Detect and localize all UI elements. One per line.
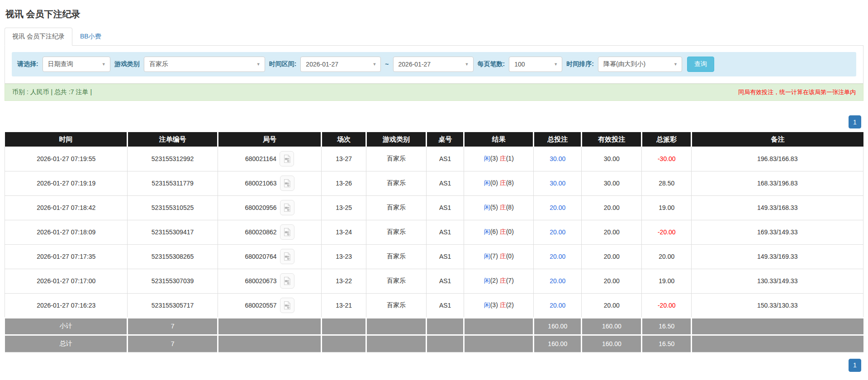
cell-payout: 19.00 bbox=[642, 195, 692, 220]
cell-time: 2026-01-27 07:17:00 bbox=[5, 269, 128, 293]
col-result: 结果 bbox=[464, 132, 534, 147]
grand-total-total-bet: 160.00 bbox=[534, 335, 582, 352]
video-record-button[interactable] bbox=[280, 151, 294, 166]
cell-time: 2026-01-27 07:19:19 bbox=[5, 171, 128, 195]
video-record-button[interactable] bbox=[280, 224, 294, 240]
result-player: 闲 bbox=[484, 277, 490, 284]
date-range-tilde: ~ bbox=[385, 61, 389, 68]
col-time: 时间 bbox=[5, 132, 128, 147]
query-type-value: 日期查询 bbox=[48, 60, 73, 68]
table-row: 2026-01-27 07:19:55523155312992680021164… bbox=[5, 147, 863, 171]
col-table: 桌号 bbox=[426, 132, 464, 147]
total-bet-link[interactable]: 20.00 bbox=[550, 204, 565, 211]
cell-valid-bet: 30.00 bbox=[582, 147, 642, 171]
cell-result: 闲(3) 庄(2) bbox=[464, 293, 534, 318]
video-record-button[interactable] bbox=[280, 200, 294, 215]
cell-bet-id: 523155307039 bbox=[128, 269, 218, 293]
summary-text: 币别 : 人民币 | 总共 :7 注单 | bbox=[12, 88, 92, 96]
cell-payout: 20.00 bbox=[642, 244, 692, 269]
grand-total-label: 总计 bbox=[5, 335, 128, 352]
cell-table: AS1 bbox=[426, 195, 464, 220]
cell-bet-id: 523155309417 bbox=[128, 220, 218, 244]
game-type-select[interactable]: 百家乐 ▼ bbox=[144, 57, 265, 72]
table-body: 2026-01-27 07:19:55523155312992680021164… bbox=[5, 147, 863, 318]
tab-bar: 视讯 会员下注纪录 BB小费 bbox=[5, 28, 863, 46]
cell-bet-id: 523155312992 bbox=[128, 147, 218, 171]
table-row: 2026-01-27 07:19:19523155311779680021063… bbox=[5, 171, 863, 195]
cell-valid-bet: 20.00 bbox=[582, 293, 642, 318]
cell-total-bet: 20.00 bbox=[534, 293, 582, 318]
payout-value: 19.00 bbox=[659, 277, 674, 285]
table-row: 2026-01-27 07:17:00523155307039680020673… bbox=[5, 269, 863, 293]
result-banker: 庄 bbox=[500, 204, 506, 211]
table-row: 2026-01-27 07:18:09523155309417680020862… bbox=[5, 220, 863, 244]
result-player-score: (6) bbox=[490, 228, 498, 235]
round-number: 680021164 bbox=[245, 155, 276, 162]
cell-session: 13-22 bbox=[322, 269, 366, 293]
cell-round-id: 680021063 bbox=[218, 171, 322, 195]
date-from-select[interactable]: 2026-01-27 ▼ bbox=[300, 57, 381, 72]
cell-payout: -30.00 bbox=[642, 147, 692, 171]
cell-valid-bet: 20.00 bbox=[582, 269, 642, 293]
cell-remark: 196.83/166.83 bbox=[692, 147, 863, 171]
cell-remark: 149.33/169.33 bbox=[692, 244, 863, 269]
date-to-select[interactable]: 2026-01-27 ▼ bbox=[393, 57, 474, 72]
result-player-score: (3) bbox=[490, 301, 498, 309]
total-bet-link[interactable]: 20.00 bbox=[550, 302, 565, 309]
result-player-score: (2) bbox=[490, 277, 498, 284]
total-bet-link[interactable]: 20.00 bbox=[550, 228, 565, 236]
chevron-down-icon: ▼ bbox=[372, 62, 376, 66]
cell-result: 闲(2) 庄(7) bbox=[464, 269, 534, 293]
cell-valid-bet: 20.00 bbox=[582, 220, 642, 244]
result-banker-score: (0) bbox=[506, 228, 514, 235]
pagination-page-1[interactable]: 1 bbox=[849, 115, 861, 128]
cell-session: 13-25 bbox=[322, 195, 366, 220]
total-bet-link[interactable]: 30.00 bbox=[550, 180, 565, 187]
result-banker-score: (8) bbox=[506, 204, 514, 211]
grand-total-valid-bet: 160.00 bbox=[582, 335, 642, 352]
result-banker-score: (0) bbox=[506, 252, 514, 260]
cell-session: 13-24 bbox=[322, 220, 366, 244]
grand-total-payout: 16.50 bbox=[642, 335, 692, 352]
result-player: 闲 bbox=[484, 179, 490, 186]
grand-total-count: 7 bbox=[128, 335, 218, 352]
cell-time: 2026-01-27 07:18:09 bbox=[5, 220, 128, 244]
pagination-bottom: 1 bbox=[5, 359, 863, 372]
round-number: 680020956 bbox=[245, 204, 276, 211]
video-record-icon bbox=[283, 179, 291, 188]
chevron-down-icon: ▼ bbox=[674, 62, 678, 66]
sort-order-select[interactable]: 降幂(由大到小) ▼ bbox=[598, 57, 682, 72]
total-bet-link[interactable]: 30.00 bbox=[550, 155, 565, 162]
grand-total-row: 总计 7 160.00 160.00 16.50 bbox=[5, 335, 863, 352]
query-button[interactable]: 查询 bbox=[687, 57, 714, 72]
video-record-button[interactable] bbox=[280, 298, 294, 313]
pagination-page-1[interactable]: 1 bbox=[849, 359, 861, 372]
cell-payout: 28.50 bbox=[642, 171, 692, 195]
result-banker: 庄 bbox=[500, 228, 506, 235]
total-bet-link[interactable]: 20.00 bbox=[550, 277, 565, 285]
result-banker: 庄 bbox=[500, 277, 506, 284]
video-record-button[interactable] bbox=[280, 273, 294, 289]
video-record-icon bbox=[283, 276, 291, 285]
query-type-select[interactable]: 日期查询 ▼ bbox=[43, 57, 110, 72]
tab-video-bet-records[interactable]: 视讯 会员下注纪录 bbox=[5, 28, 72, 46]
video-record-icon bbox=[283, 203, 291, 212]
cell-total-bet: 20.00 bbox=[534, 269, 582, 293]
table-header: 时间 注单编号 局号 场次 游戏类别 桌号 结果 总投注 有效投注 总派彩 备注 bbox=[5, 132, 863, 147]
video-record-button[interactable] bbox=[280, 249, 294, 264]
cell-game-type: 百家乐 bbox=[366, 269, 427, 293]
col-valid-bet: 有效投注 bbox=[582, 132, 642, 147]
total-bet-link[interactable]: 20.00 bbox=[550, 253, 565, 260]
cell-total-bet: 20.00 bbox=[534, 195, 582, 220]
result-player: 闲 bbox=[484, 228, 490, 235]
query-type-label: 请选择: bbox=[17, 60, 38, 68]
col-bet-id: 注单编号 bbox=[128, 132, 218, 147]
tab-bb-tip[interactable]: BB小费 bbox=[72, 28, 109, 46]
video-record-button[interactable] bbox=[280, 176, 294, 191]
subtotal-valid-bet: 160.00 bbox=[582, 318, 642, 335]
cell-remark: 149.33/168.33 bbox=[692, 195, 863, 220]
cell-game-type: 百家乐 bbox=[366, 171, 427, 195]
table-row: 2026-01-27 07:16:23523155305717680020557… bbox=[5, 293, 863, 318]
per-page-select[interactable]: 100 ▼ bbox=[509, 57, 562, 72]
col-payout: 总派彩 bbox=[642, 132, 692, 147]
